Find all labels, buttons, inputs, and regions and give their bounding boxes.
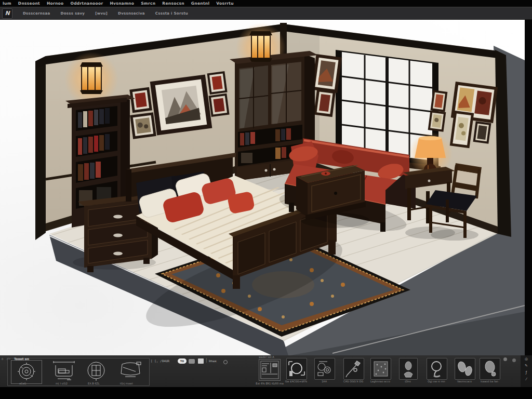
gray-swatch-button[interactable]: [189, 359, 195, 364]
tool-panel: JSa Tooot on aCaG: [7, 358, 150, 386]
appbar-item[interactable]: Dssscernsaa: [23, 11, 50, 16]
status-dot-icon: [512, 358, 516, 362]
appbar-item[interactable]: Dosss savy: [61, 11, 85, 16]
room-scene: [0, 20, 532, 355]
asset-thumbnail[interactable]: [370, 358, 391, 380]
bed-tool[interactable]: [51, 360, 76, 383]
dial-tool[interactable]: [11, 360, 42, 384]
application-window: Ium Dnsseont Hornoo Oddrtnanooor Hvsnamn…: [0, 0, 532, 399]
light-swatch-button[interactable]: [198, 358, 204, 364]
app-bar: N Dssscernsaa Dosss savy [wvu] Dvssnseci…: [0, 7, 532, 20]
viewport-canvas[interactable]: [0, 20, 532, 355]
couch-icon: [118, 360, 143, 383]
asset-thumbnail[interactable]: [427, 358, 447, 380]
circle-grid-icon: [85, 360, 108, 383]
tool-label: tGrj mawt: [120, 382, 133, 385]
storage-chest: [296, 165, 369, 228]
info-label: Imax: [209, 359, 217, 363]
lantern-lamp-cabinet: [249, 31, 272, 62]
target-icon[interactable]: ◎: [525, 357, 528, 361]
asset-thumbnail[interactable]: [455, 358, 475, 380]
asset-caption: Vasrnscaco: [450, 380, 478, 383]
tool-label: aCaG: [19, 382, 26, 385]
couch-tool[interactable]: [118, 360, 143, 383]
panel-badge: JSa: [7, 357, 10, 360]
menu-item[interactable]: Dnsseont: [18, 1, 40, 6]
minimap-caption-top: wader set A: [259, 355, 274, 358]
lantern-lamp-bookcase: [80, 62, 103, 94]
mode-field[interactable]: [ [, /04UR: [151, 359, 169, 363]
bottom-toolbar: 0 JSa Tooot on aCaG: [0, 355, 532, 387]
menu-item[interactable]: Hornoo: [47, 1, 64, 6]
asset-thumbnail[interactable]: [314, 358, 335, 380]
asset-thumbnail[interactable]: [399, 358, 418, 380]
pen-icon[interactable]: ✎: [525, 364, 528, 368]
menu-item[interactable]: Smrcn: [141, 1, 155, 6]
appbar-item[interactable]: [wvu]: [95, 11, 108, 16]
asset-thumbnail[interactable]: [480, 358, 500, 380]
menu-item[interactable]: Oddrtnanooor: [71, 1, 103, 6]
toggle-button[interactable]: TO: [178, 358, 187, 364]
appbar-item[interactable]: Csssta i Sorstu: [155, 11, 188, 16]
bed-icon: [51, 360, 76, 383]
menu-item[interactable]: Ium: [3, 1, 11, 6]
menu-item[interactable]: Gnentnl: [191, 1, 210, 6]
menu-item[interactable]: Rensocsn: [162, 1, 184, 6]
dial-icon: [11, 361, 42, 383]
separator: |: [206, 358, 207, 363]
asset-thumbnail[interactable]: [343, 358, 364, 380]
asset-caption: Og) ow ni mn: [422, 380, 450, 383]
menu-item[interactable]: Vosrrtu: [216, 1, 233, 6]
appbar-item[interactable]: Dvssnseciva: [118, 11, 145, 16]
menu-bar: Ium Dnsseont Hornoo Oddrtnanooor Hvsnamn…: [0, 0, 532, 7]
minimap[interactable]: [259, 359, 281, 381]
asset-caption: CAG OGG'X OG: [339, 380, 367, 383]
asset-caption: Gw £ACGG=$6%: [282, 380, 310, 383]
asset-thumbnail[interactable]: [286, 358, 307, 380]
slash-icon[interactable]: ⁄: [526, 378, 526, 381]
tool-label: m( I s/G2: [56, 382, 68, 385]
record-dot-icon[interactable]: [223, 360, 228, 364]
right-edge-strip: [525, 20, 532, 355]
asset-caption: 1AA: [310, 380, 338, 383]
asset-caption: Isaaod ba fan: [475, 380, 503, 383]
asset-caption: (Ons: [394, 380, 422, 383]
asset-caption: Laghnnao acco: [366, 380, 394, 383]
circle-grid-tool[interactable]: [85, 360, 108, 383]
tool-label: EX.B 6ZL: [88, 382, 100, 385]
function-icon[interactable]: ƒ: [526, 371, 527, 375]
app-logo-icon[interactable]: N: [2, 8, 12, 19]
bottom-black-strip: [0, 387, 532, 399]
side-label: 0: [2, 357, 3, 361]
status-dot-icon: [503, 357, 507, 361]
minimap-sketch: [259, 360, 280, 380]
menu-item[interactable]: Hvsnamno: [110, 1, 134, 6]
